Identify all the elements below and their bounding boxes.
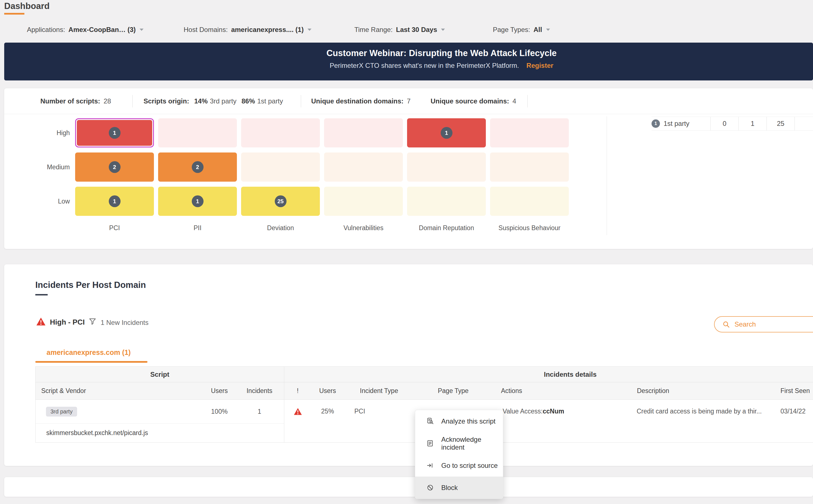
menu-item-acknowledge-incident[interactable]: Acknowledge incident	[415, 432, 503, 454]
page-types-filter[interactable]: Page Types: All	[493, 23, 550, 36]
heatmap-cell-low-deviation[interactable]: 25	[241, 187, 320, 216]
script-url-cell[interactable]: skimmersbucket.pxchk.net/picard.js	[36, 424, 284, 442]
active-tab-underline	[35, 361, 147, 363]
heatmap-cell-low-vulnerabilities[interactable]	[324, 187, 403, 216]
heatmap-cell-count: 1	[192, 195, 204, 207]
heatmap-cell-high-suspicious-behaviour[interactable]	[490, 118, 569, 147]
heatmap-side-divider	[607, 116, 607, 235]
column-header-incidents: Incidents	[235, 382, 284, 400]
search-icon	[722, 321, 730, 328]
heatmap-row-label: Medium	[13, 163, 71, 171]
stats-divider	[132, 95, 133, 107]
heatmap-cell-high-domain-reputation[interactable]: 1	[407, 118, 486, 147]
heatmap-column-label: Vulnerabilities	[324, 221, 403, 232]
first-seen-cell: 03/14/22	[772, 400, 813, 442]
host-domains-filter[interactable]: Host Domains: americanexpress.... (1)	[184, 23, 311, 36]
stat-value: 4	[512, 97, 516, 105]
tab-americanexpress[interactable]: americanexpress.com (1)	[47, 348, 131, 357]
applications-filter-label: Applications:	[27, 26, 65, 34]
incidents-count-cell: 1	[235, 400, 284, 424]
heatmap-cell-high-pii[interactable]	[158, 118, 237, 147]
menu-item-go-to-script-source[interactable]: Go to script source	[415, 454, 503, 477]
chevron-down-icon	[441, 29, 445, 31]
heatmap-cell-medium-pci[interactable]: 2	[75, 152, 154, 182]
heatmap-row-label: High	[13, 129, 71, 137]
third-party-percent: 14%	[194, 97, 208, 105]
heatmap-cell-low-suspicious-behaviour[interactable]	[490, 187, 569, 216]
menu-item-block[interactable]: Block	[415, 477, 503, 499]
search-input[interactable]: Search	[714, 316, 813, 332]
heatmap-cell-high-deviation[interactable]	[241, 118, 320, 147]
action-text: Value Access:	[503, 408, 543, 415]
menu-item-label: Go to script source	[441, 462, 498, 470]
heatmap-cell-low-pii[interactable]: 1	[158, 187, 237, 216]
acknowledge-incident-icon	[426, 440, 434, 447]
detail-users-cell: 25%	[311, 400, 344, 442]
host-domains-filter-value: americanexpress.... (1)	[231, 26, 304, 34]
time-range-filter-label: Time Range:	[354, 26, 393, 34]
warning-triangle-icon	[294, 408, 302, 415]
filter-funnel-icon[interactable]	[89, 318, 96, 325]
actions-cell[interactable]: Value Access: ccNum	[492, 400, 632, 442]
column-header-detail-users: Users	[311, 382, 344, 400]
scripts-overview-card: Number of scripts: 28 Scripts origin: 14…	[4, 88, 813, 249]
block-icon	[426, 484, 434, 491]
incidents-card: Incidents Per Host Domain High - PCI 1 N…	[4, 264, 813, 466]
severity-label: High - PCI	[50, 318, 85, 327]
heatmap-cell-medium-domain-reputation[interactable]	[407, 152, 486, 182]
next-section-card	[4, 477, 813, 497]
heatmap-cell-count: 1	[109, 195, 121, 207]
incident-type-cell: PCI	[344, 400, 414, 442]
column-header-script-vendor: Script & Vendor	[36, 382, 204, 400]
heatmap-cell-low-pci[interactable]: 1	[75, 187, 154, 216]
heatmap-cell-high-vulnerabilities[interactable]	[324, 118, 403, 147]
side-panel-first-party-row: 1 1st party 0125	[652, 117, 813, 131]
side-panel-value: 25	[766, 117, 794, 130]
first-party-label: 1st party	[257, 97, 283, 105]
time-range-filter[interactable]: Time Range: Last 30 Days	[354, 23, 445, 36]
menu-item-analyze-script[interactable]: Analyze this script	[415, 410, 503, 432]
heatmap-column-label: PII	[158, 221, 237, 232]
chevron-down-icon	[140, 29, 144, 31]
heatmap-cell-low-domain-reputation[interactable]	[407, 187, 486, 216]
go-to-script-source-icon	[426, 462, 434, 469]
third-party-label: 3rd party	[210, 97, 237, 105]
page-types-filter-value: All	[533, 26, 542, 34]
stat-unique-destination-domains: Unique destination domains: 7	[311, 88, 411, 114]
filter-bar: Applications: Amex-CoopBan… (3) Host Dom…	[0, 23, 813, 36]
stat-label: Number of scripts:	[40, 97, 100, 105]
heatmap-cell-medium-deviation[interactable]	[241, 152, 320, 182]
side-panel-row-label: 1st party	[664, 120, 689, 128]
vendor-cell[interactable]: 3rd party	[36, 400, 204, 424]
heatmap-column-label: Deviation	[241, 221, 320, 232]
side-panel-value-cut	[794, 117, 813, 130]
third-party-badge: 3rd party	[46, 407, 77, 417]
time-range-filter-value: Last 30 Days	[396, 26, 437, 34]
scripts-stats-row: Number of scripts: 28 Scripts origin: 14…	[4, 88, 813, 114]
heatmap-column-label: PCI	[75, 221, 154, 232]
heatmap-cell-count: 2	[109, 161, 121, 173]
column-header-description: Description	[632, 382, 772, 400]
heatmap-cell-count: 25	[275, 195, 287, 207]
register-link[interactable]: Register	[526, 62, 553, 69]
webinar-banner-subtitle: PerimeterX CTO shares what's new in the …	[330, 62, 519, 69]
column-header-users: Users	[204, 382, 235, 400]
menu-item-label: Acknowledge incident	[441, 436, 503, 451]
heatmap-cell-high-pci[interactable]: 1	[75, 118, 154, 147]
analyze-script-icon	[426, 417, 434, 425]
description-cell: Credit card access is being made by a th…	[632, 400, 772, 442]
heatmap-cell-medium-vulnerabilities[interactable]	[324, 152, 403, 182]
incidents-section-title: Incidents Per Host Domain	[35, 280, 146, 290]
applications-filter[interactable]: Applications: Amex-CoopBan… (3)	[27, 23, 144, 36]
new-incidents-count: 1 New Incidents	[101, 319, 149, 327]
side-panel-cells: 0125	[710, 117, 813, 130]
action-value: ccNum	[543, 408, 564, 415]
webinar-banner-title: Customer Webinar: Disrupting the Web Att…	[4, 48, 813, 58]
chevron-down-icon	[546, 29, 550, 31]
heatmap-cell-medium-pii[interactable]: 2	[158, 152, 237, 182]
dashboard-page: Dashboard Applications: Amex-CoopBan… (3…	[0, 0, 813, 504]
stat-number-of-scripts: Number of scripts: 28	[40, 88, 111, 114]
column-header-page-type: Page Type	[414, 382, 492, 400]
stat-label: Unique destination domains:	[311, 97, 403, 105]
heatmap-cell-medium-suspicious-behaviour[interactable]	[490, 152, 569, 182]
